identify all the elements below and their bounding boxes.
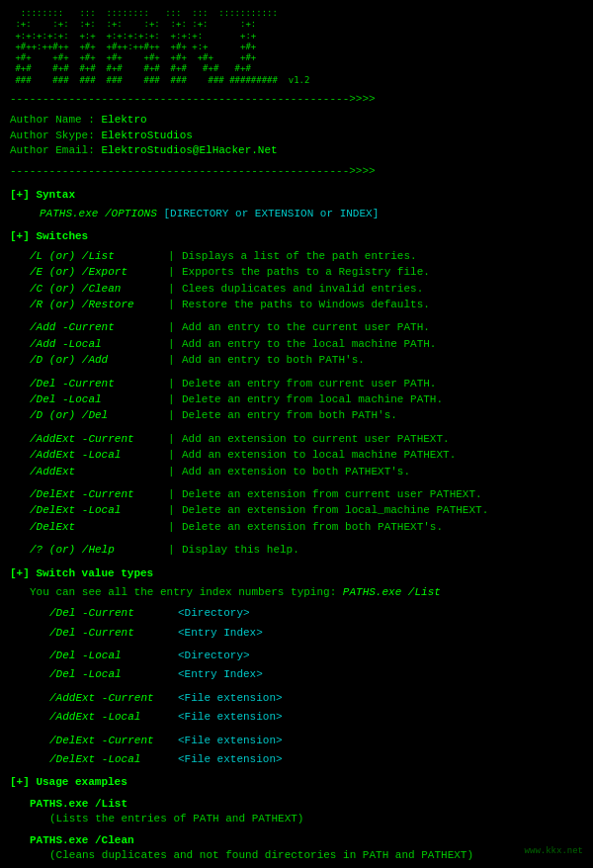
switch-cmd: /? (or) /Help: [30, 543, 168, 558]
switch-row: /Add -Local | Add an entry to the local …: [30, 337, 583, 352]
author-block: Author Name : Elektro Author Skype: Elek…: [10, 113, 583, 158]
value-row: /DelExt -Local <File extension>: [49, 752, 583, 767]
usage-cmd: PATHS.exe /Clean: [30, 833, 583, 848]
switch-desc: Add an extension to both PATHEXT's.: [182, 465, 583, 479]
switch-desc: Add an extension to current user PATHEXT…: [182, 432, 583, 447]
switch-cmd: /DelExt -Current: [30, 487, 168, 502]
switch-row: /D (or) /Del | Delete an entry from both…: [30, 408, 583, 423]
author-name-value: Elektro: [101, 114, 146, 126]
syntax-header: [+] Syntax: [10, 188, 583, 203]
usage-cmd: PATHS.exe /List: [30, 797, 583, 812]
value-arg: <Directory>: [178, 649, 250, 663]
usage-example-1: PATHS.exe /List (Lists the entries of PA…: [30, 797, 583, 827]
syntax-exe: PATHS.exe: [40, 208, 105, 219]
switch-cmd: /Del -Local: [30, 392, 168, 407]
value-arg: <File extension>: [178, 752, 283, 767]
value-arg: <Entry Index>: [178, 626, 263, 641]
pipe: |: [168, 377, 182, 391]
value-cmd: /Del -Current: [49, 606, 178, 621]
pipe: |: [168, 520, 182, 535]
value-arg: <File extension>: [178, 734, 283, 748]
switch-cmd: /AddExt -Local: [30, 448, 168, 463]
value-cmd: /DelExt -Current: [49, 734, 178, 748]
terminal-window: :::::::: ::: :::::::: ::: ::: ::::::::::…: [10, 8, 583, 868]
value-type-note: You can see all the entry index numbers …: [30, 585, 583, 600]
note-prefix: You can see all the entry index numbers …: [30, 586, 343, 598]
switch-desc: Delete an entry from local machine PATH.: [182, 392, 583, 407]
pipe: |: [168, 503, 182, 518]
pipe: |: [168, 249, 182, 264]
pipe: |: [168, 298, 182, 312]
switch-desc: Display this help.: [182, 543, 583, 558]
value-cmd: /Del -Current: [49, 626, 178, 641]
pipe: |: [168, 320, 182, 335]
switch-row: /C (or) /Clean | Clees duplicates and in…: [30, 282, 583, 297]
switch-desc: Delete an extension from both PATHEXT's.: [182, 520, 583, 535]
switch-row: /DelExt | Delete an extension from both …: [30, 520, 583, 535]
syntax-args: [DIRECTORY or EXTENSION or INDEX]: [163, 208, 379, 219]
pipe: |: [168, 337, 182, 352]
value-arg: <Directory>: [178, 606, 250, 621]
syntax-line: PATHS.exe /OPTIONS [DIRECTORY or EXTENSI…: [40, 207, 583, 221]
value-cmd: /Del -Local: [49, 667, 178, 682]
switch-cmd: /DelExt -Local: [30, 503, 168, 518]
switch-desc: Add an extension to local machine PATHEX…: [182, 448, 583, 463]
switch-desc: Displays a list of the path entries.: [182, 249, 583, 264]
pipe: |: [168, 265, 182, 280]
watermark: www.kkx.net: [525, 845, 583, 858]
switch-cmd: /L (or) /List: [30, 249, 168, 264]
author-name-label: Author Name :: [10, 114, 95, 126]
value-row: /Del -Current <Directory>: [49, 606, 583, 621]
switch-cmd: /Del -Current: [30, 377, 168, 391]
pipe: |: [168, 465, 182, 479]
author-email-label: Author Email:: [10, 144, 95, 156]
switches-header: [+] Switches: [10, 229, 583, 244]
switch-group-2: /Add -Current | Add an entry to the curr…: [30, 320, 583, 368]
note-cmd: PATHS.exe /List: [343, 586, 441, 598]
value-cmd: /DelExt -Local: [49, 752, 178, 767]
usage-desc: (Lists the entries of PATH and PATHEXT): [49, 812, 583, 826]
switch-group-6: /? (or) /Help | Display this help.: [30, 543, 583, 558]
switch-cmd: /E (or) /Export: [30, 265, 168, 280]
switch-desc: Clees duplicates and invalid entries.: [182, 282, 583, 297]
switch-group-4: /AddExt -Current | Add an extension to c…: [30, 432, 583, 479]
switch-desc: Delete an entry from current user PATH.: [182, 377, 583, 391]
value-row: /DelExt -Current <File extension>: [49, 734, 583, 748]
switch-desc: Expports the paths to a Registry file.: [182, 265, 583, 280]
switch-row: /L (or) /List | Displays a list of the p…: [30, 249, 583, 264]
switch-row: /Add -Current | Add an entry to the curr…: [30, 320, 583, 335]
switch-row: /R (or) /Restore | Restore the paths to …: [30, 298, 583, 312]
value-cmd: /Del -Local: [49, 649, 178, 663]
switch-cmd: /D (or) /Del: [30, 408, 168, 423]
switch-cmd: /D (or) /Add: [30, 353, 168, 368]
value-row: /Del -Current <Entry Index>: [49, 626, 583, 641]
separator-1: ----------------------------------------…: [10, 92, 583, 107]
pipe: |: [168, 408, 182, 423]
switch-cmd: /Add -Local: [30, 337, 168, 352]
switch-group-5: /DelExt -Current | Delete an extension f…: [30, 487, 583, 535]
switch-cmd: /Add -Current: [30, 320, 168, 335]
author-skype-label: Author Skype:: [10, 130, 95, 141]
value-types-header: [+] Switch value types: [10, 566, 583, 581]
author-skype-value: ElektroStudios: [101, 130, 192, 141]
switch-desc: Delete an extension from local_machine P…: [182, 503, 583, 518]
switch-group-1: /L (or) /List | Displays a list of the p…: [30, 249, 583, 313]
value-arg: <File extension>: [178, 691, 283, 706]
pipe: |: [168, 487, 182, 502]
value-arg: <Entry Index>: [178, 667, 263, 682]
value-row: /Del -Local <Entry Index>: [49, 667, 583, 682]
pipe: |: [168, 543, 182, 558]
switch-row: /AddExt -Local | Add an extension to loc…: [30, 448, 583, 463]
switch-group-3: /Del -Current | Delete an entry from cur…: [30, 377, 583, 424]
switches-section: [+] Switches /L (or) /List | Displays a …: [10, 229, 583, 558]
switch-row: /DelExt -Local | Delete an extension fro…: [30, 503, 583, 518]
pipe: |: [168, 392, 182, 407]
switch-desc: Add an entry to the current user PATH.: [182, 320, 583, 335]
value-type-table: /Del -Current <Directory> /Del -Current …: [30, 606, 583, 767]
value-cmd: /AddExt -Current: [49, 691, 178, 706]
usage-example-2: PATHS.exe /Clean (Cleans duplicates and …: [30, 833, 583, 864]
value-row: /AddExt -Local <File extension>: [49, 710, 583, 725]
switch-desc: Add an entry to both PATH's.: [182, 353, 583, 368]
pipe: |: [168, 448, 182, 463]
usage-desc: (Cleans duplicates and not found directo…: [49, 848, 583, 863]
